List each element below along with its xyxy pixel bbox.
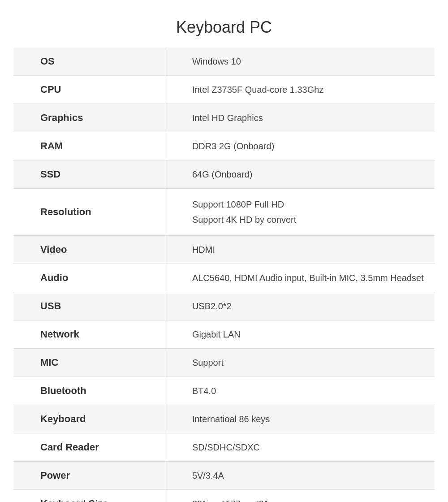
table-row: Power5V/3.4A bbox=[13, 462, 435, 490]
spec-value: 331mm*177mm*31mm bbox=[165, 490, 435, 502]
spec-label: USB bbox=[13, 292, 165, 320]
table-row: BluetoothBT4.0 bbox=[13, 377, 435, 405]
table-row: ResolutionSupport 1080P Full HDSupport 4… bbox=[13, 189, 435, 236]
spec-value: Internatioal 86 keys bbox=[165, 405, 435, 433]
page-title: Keyboard PC bbox=[13, 9, 435, 48]
table-row: KeyboardInternatioal 86 keys bbox=[13, 405, 435, 433]
spec-value: ALC5640, HDMI Audio input, Built-in MIC,… bbox=[165, 264, 435, 292]
spec-label: RAM bbox=[13, 132, 165, 160]
spec-value: 64G (Onboard) bbox=[165, 160, 435, 189]
spec-label: CPU bbox=[13, 76, 165, 104]
table-row: VideoHDMI bbox=[13, 236, 435, 264]
spec-label: MIC bbox=[13, 349, 165, 377]
table-row: CPUIntel Z3735F Quad-core 1.33Ghz bbox=[13, 76, 435, 104]
table-row: RAMDDR3 2G (Onboard) bbox=[13, 132, 435, 160]
table-row: SSD64G (Onboard) bbox=[13, 160, 435, 189]
spec-label: Power bbox=[13, 462, 165, 490]
spec-label: SSD bbox=[13, 160, 165, 189]
table-row: GraphicsIntel HD Graphics bbox=[13, 104, 435, 132]
spec-value: Intel Z3735F Quad-core 1.33Ghz bbox=[165, 76, 435, 104]
page-container: Keyboard PC OSWindows 10CPUIntel Z3735F … bbox=[0, 0, 448, 502]
spec-value: BT4.0 bbox=[165, 377, 435, 405]
spec-table: OSWindows 10CPUIntel Z3735F Quad-core 1.… bbox=[13, 48, 435, 502]
spec-label: Video bbox=[13, 236, 165, 264]
spec-value: SD/SDHC/SDXC bbox=[165, 433, 435, 462]
table-row: Card ReaderSD/SDHC/SDXC bbox=[13, 433, 435, 462]
table-row: NetworkGigabit LAN bbox=[13, 320, 435, 349]
table-row: MICSupport bbox=[13, 349, 435, 377]
table-row: Keyboard Size331mm*177mm*31mm bbox=[13, 490, 435, 502]
spec-value: USB2.0*2 bbox=[165, 292, 435, 320]
table-row: AudioALC5640, HDMI Audio input, Built-in… bbox=[13, 264, 435, 292]
spec-label: Graphics bbox=[13, 104, 165, 132]
spec-value: Gigabit LAN bbox=[165, 320, 435, 349]
table-row: OSWindows 10 bbox=[13, 48, 435, 76]
spec-label: Bluetooth bbox=[13, 377, 165, 405]
spec-value: Windows 10 bbox=[165, 48, 435, 76]
spec-label: Keyboard Size bbox=[13, 490, 165, 502]
spec-label: Audio bbox=[13, 264, 165, 292]
spec-value: Support bbox=[165, 349, 435, 377]
spec-label: Keyboard bbox=[13, 405, 165, 433]
spec-value: Intel HD Graphics bbox=[165, 104, 435, 132]
spec-value: 5V/3.4A bbox=[165, 462, 435, 490]
table-row: USBUSB2.0*2 bbox=[13, 292, 435, 320]
spec-value: DDR3 2G (Onboard) bbox=[165, 132, 435, 160]
spec-label: Card Reader bbox=[13, 433, 165, 462]
spec-label: Network bbox=[13, 320, 165, 349]
spec-value: Support 1080P Full HDSupport 4K HD by co… bbox=[165, 189, 435, 236]
spec-value: HDMI bbox=[165, 236, 435, 264]
spec-label: Resolution bbox=[13, 189, 165, 236]
spec-label: OS bbox=[13, 48, 165, 76]
